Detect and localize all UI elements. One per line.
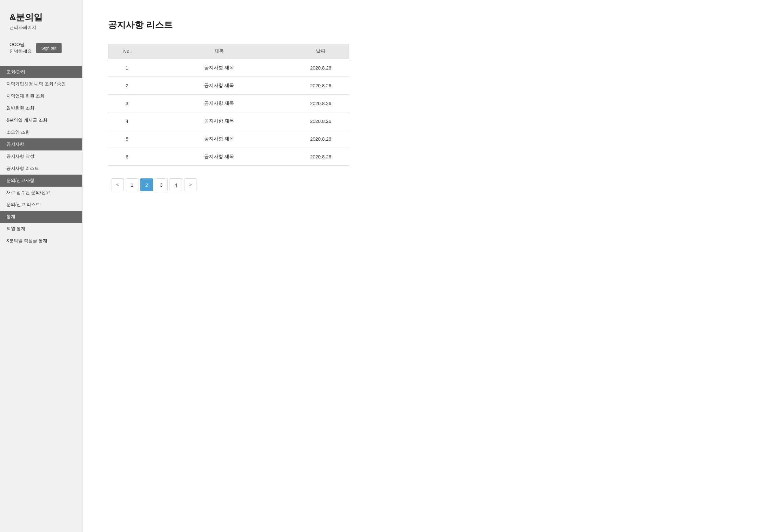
nav-section-header-inquiry2: 문의/신고사항 (0, 175, 82, 187)
cell-no: 2 (108, 77, 146, 95)
cell-date: 2020.8.26 (292, 130, 349, 148)
cell-date: 2020.8.26 (292, 77, 349, 95)
cell-date: 2020.8.26 (292, 148, 349, 166)
cell-no: 4 (108, 113, 146, 130)
nav-item-general-member[interactable]: 일반회원 조회 (0, 102, 82, 114)
cell-date: 2020.8.26 (292, 59, 349, 77)
sidebar: &분의일 관리자페이지 OOO님, 안녕하세요 Sign out 조회/관리 지… (0, 0, 83, 532)
cell-no: 1 (108, 59, 146, 77)
cell-date: 2020.8.26 (292, 95, 349, 113)
table-row[interactable]: 6 공지사항 제목 2020.8.26 (108, 148, 349, 166)
nav-section-header-inquiry: 조회/관리 (0, 66, 82, 78)
user-area: OOO님, 안녕하세요 Sign out (0, 34, 82, 61)
main-content: 공지사항 리스트 No. 제목 날짜 1 공지사항 제목 2020.8.26 2… (83, 0, 762, 532)
cell-title: 공지사항 제목 (146, 130, 292, 148)
table-row[interactable]: 1 공지사항 제목 2020.8.26 (108, 59, 349, 77)
pagination-page-1[interactable]: 1 (126, 179, 138, 191)
app-subtitle: 관리자페이지 (10, 25, 73, 31)
col-header-date: 날짜 (292, 44, 349, 59)
pagination-page-3[interactable]: 3 (155, 179, 168, 191)
col-header-title: 제목 (146, 44, 292, 59)
nav-item-post-stats[interactable]: &분의일 작성글 통계 (0, 235, 82, 247)
nav-item-group[interactable]: 소모임 조회 (0, 126, 82, 138)
table-row[interactable]: 5 공지사항 제목 2020.8.26 (108, 130, 349, 148)
col-header-no: No. (108, 44, 146, 59)
notice-table-body: 1 공지사항 제목 2020.8.26 2 공지사항 제목 2020.8.26 … (108, 59, 349, 166)
cell-title: 공지사항 제목 (146, 113, 292, 130)
cell-title: 공지사항 제목 (146, 148, 292, 166)
table-row[interactable]: 4 공지사항 제목 2020.8.26 (108, 113, 349, 130)
nav-item-region-member[interactable]: 지역업체 회원 조회 (0, 90, 82, 102)
table-header-row: No. 제목 날짜 (108, 44, 349, 59)
nav-item-member-stats[interactable]: 회원 통계 (0, 223, 82, 235)
nav-section-header-stats: 통계 (0, 211, 82, 223)
pagination-next[interactable]: > (184, 179, 197, 191)
app-title: &분의일 (10, 11, 73, 24)
pagination-prev[interactable]: < (111, 179, 124, 191)
greeting: OOO님, 안녕하세요 (10, 41, 32, 55)
nav-item-new-inquiry[interactable]: 새로 접수된 문의/신고 (0, 187, 82, 199)
nav-item-region-signup[interactable]: 지역가입신청 내역 조회 / 승인 (0, 78, 82, 90)
nav-item-notice-write[interactable]: 공지사항 작성 (0, 150, 82, 163)
nav-section-header-notice: 공지사항 (0, 138, 82, 150)
cell-no: 5 (108, 130, 146, 148)
table-row[interactable]: 2 공지사항 제목 2020.8.26 (108, 77, 349, 95)
nav-item-posts[interactable]: &분의일 게시글 조회 (0, 114, 82, 126)
pagination-page-4[interactable]: 4 (170, 179, 182, 191)
cell-title: 공지사항 제목 (146, 59, 292, 77)
page-title: 공지사항 리스트 (108, 19, 736, 31)
pagination-page-2[interactable]: 2 (140, 179, 153, 191)
cell-title: 공지사항 제목 (146, 95, 292, 113)
signout-button[interactable]: Sign out (36, 43, 62, 53)
nav-item-notice-list[interactable]: 공지사항 리스트 (0, 163, 82, 175)
table-row[interactable]: 3 공지사항 제목 2020.8.26 (108, 95, 349, 113)
pagination: < 1 2 3 4 > (108, 179, 736, 191)
nav-item-inquiry-list[interactable]: 문의/신고 리스트 (0, 199, 82, 211)
cell-date: 2020.8.26 (292, 113, 349, 130)
cell-no: 6 (108, 148, 146, 166)
notice-table: No. 제목 날짜 1 공지사항 제목 2020.8.26 2 공지사항 제목 … (108, 44, 349, 166)
logo-area: &분의일 관리자페이지 (0, 0, 82, 34)
cell-title: 공지사항 제목 (146, 77, 292, 95)
cell-no: 3 (108, 95, 146, 113)
